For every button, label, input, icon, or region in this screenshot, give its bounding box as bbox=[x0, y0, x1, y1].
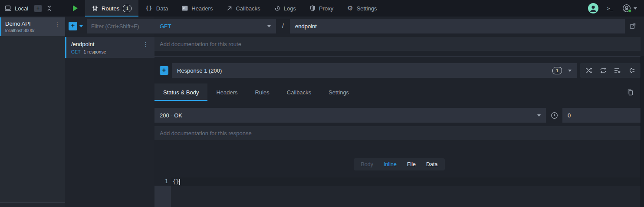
route-doc-row bbox=[154, 37, 641, 51]
sidebar-footer bbox=[0, 202, 65, 207]
workspace-switcher[interactable]: Local + bbox=[0, 0, 65, 17]
rtab-label: Rules bbox=[255, 89, 269, 96]
environment-name: Demo API bbox=[5, 20, 31, 27]
copy-icon bbox=[627, 89, 634, 96]
response-select[interactable]: Response 1 (200) 1 bbox=[172, 63, 577, 78]
tab-routes[interactable]: Routes 1 bbox=[85, 0, 138, 17]
fallback-mode-button[interactable] bbox=[628, 68, 635, 73]
route-editor: GET / + Response 1 (200 bbox=[154, 17, 644, 207]
scrollbar-track[interactable] bbox=[641, 56, 644, 207]
tab-response-headers[interactable]: Headers bbox=[207, 83, 246, 101]
tab-callbacks[interactable]: Callbacks bbox=[220, 0, 267, 17]
fallback-icon bbox=[628, 68, 635, 73]
rtab-label: Callbacks bbox=[287, 89, 311, 96]
response-doc-row bbox=[154, 126, 641, 140]
tab-rules[interactable]: Rules bbox=[246, 83, 278, 101]
body-mode-data[interactable]: Data bbox=[426, 161, 437, 167]
avatar[interactable] bbox=[588, 3, 598, 13]
text-cursor bbox=[179, 179, 180, 185]
path-separator: / bbox=[276, 19, 290, 33]
chevron-down-icon bbox=[267, 25, 271, 27]
shield-icon bbox=[310, 5, 315, 11]
workspace-label: Local bbox=[15, 5, 28, 12]
terminal-icon[interactable]: >_ bbox=[607, 6, 614, 11]
route-header-row: GET / bbox=[154, 19, 641, 33]
open-route-button[interactable] bbox=[625, 19, 641, 33]
editor-gutter: 1 bbox=[154, 177, 171, 207]
route-responses-count: 1 response bbox=[84, 49, 106, 54]
routes-icon bbox=[92, 5, 98, 11]
environment-kebab-icon[interactable]: ⋮ bbox=[53, 21, 62, 27]
environments-sidebar: Demo API ⋮ localhost:3000/ bbox=[0, 17, 65, 207]
route-list-item[interactable]: /endpoint ⋮ GET 1 response bbox=[65, 37, 154, 58]
route-path: /endpoint bbox=[71, 41, 95, 47]
body-mode-toggle: Body Inline File Data bbox=[354, 158, 445, 170]
line-number: 1 bbox=[154, 177, 171, 186]
route-method-badge: GET bbox=[71, 49, 81, 54]
method-select[interactable]: GET bbox=[154, 19, 276, 33]
tab-data[interactable]: {} Data bbox=[138, 0, 175, 17]
editor-code-area[interactable]: {} bbox=[171, 177, 644, 207]
copy-body-button[interactable] bbox=[627, 89, 634, 96]
latency-icon-cell bbox=[546, 112, 562, 119]
tab-label: Callbacks bbox=[236, 5, 260, 12]
tab-headers[interactable]: Headers bbox=[175, 0, 220, 17]
headers-icon bbox=[182, 6, 188, 11]
code-content: {} bbox=[173, 179, 179, 185]
response-documentation-input[interactable] bbox=[154, 126, 641, 140]
tab-label: Routes bbox=[102, 5, 119, 12]
route-kebab-icon[interactable]: ⋮ bbox=[141, 41, 150, 47]
environment-item[interactable]: Demo API ⋮ localhost:3000/ bbox=[0, 17, 65, 36]
tab-response-settings[interactable]: Settings bbox=[320, 83, 358, 101]
disable-rules-button[interactable] bbox=[614, 67, 621, 73]
latency-input[interactable] bbox=[562, 108, 641, 123]
body-mode-inline[interactable]: Inline bbox=[384, 161, 397, 167]
add-route-button[interactable]: + bbox=[69, 22, 77, 30]
add-response-button[interactable]: + bbox=[160, 66, 168, 75]
topbar: Local + Routes bbox=[0, 0, 644, 17]
add-environment-button[interactable]: + bbox=[34, 5, 42, 12]
body-mode-label: Body bbox=[361, 161, 374, 167]
account-menu[interactable] bbox=[622, 4, 637, 13]
tab-status-body[interactable]: Status & Body bbox=[154, 83, 207, 101]
tab-response-callbacks[interactable]: Callbacks bbox=[278, 83, 320, 101]
external-link-icon bbox=[629, 23, 636, 30]
routes-count-badge: 1 bbox=[123, 5, 131, 12]
topbar-main: Routes 1 {} Data Headers bbox=[65, 0, 644, 17]
route-documentation-input[interactable] bbox=[154, 37, 641, 51]
response-tabs-row: Status & Body Headers Rules Callbacks Se… bbox=[154, 83, 641, 101]
tab-settings[interactable]: ⚙ Settings bbox=[340, 0, 384, 17]
list-remove-icon bbox=[614, 67, 621, 73]
data-braces-icon: {} bbox=[145, 5, 152, 11]
body-mode-file[interactable]: File bbox=[407, 161, 416, 167]
status-row: 200 - OK bbox=[154, 108, 641, 123]
repeat-icon bbox=[600, 67, 607, 73]
tab-label: Proxy bbox=[319, 5, 333, 12]
response-row: + Response 1 (200) 1 bbox=[154, 63, 641, 78]
chevron-down-icon bbox=[568, 70, 572, 72]
laptop-icon bbox=[4, 5, 11, 11]
tab-label: Settings bbox=[357, 5, 377, 12]
start-server-button[interactable] bbox=[65, 0, 85, 17]
tab-label: Headers bbox=[191, 5, 213, 12]
sequential-response-button[interactable] bbox=[600, 67, 607, 73]
response-label: Response 1 (200) bbox=[177, 67, 222, 74]
tab-logs[interactable]: Logs bbox=[267, 0, 303, 17]
collapse-sidebar-icon[interactable] bbox=[47, 5, 52, 11]
status-code-select[interactable]: 200 - OK bbox=[154, 108, 546, 123]
status-code-value: 200 - OK bbox=[160, 112, 182, 119]
routes-panel: + /endpoint ⋮ GET 1 response bbox=[65, 17, 154, 207]
online-status-dot bbox=[628, 9, 631, 13]
add-route-dropdown-icon[interactable] bbox=[79, 25, 83, 27]
route-path-input[interactable] bbox=[290, 19, 625, 33]
response-mode-toolbar bbox=[580, 63, 641, 78]
callback-arrow-icon bbox=[227, 6, 232, 11]
chevron-down-icon bbox=[634, 7, 637, 10]
topbar-right: >_ bbox=[588, 0, 644, 17]
code-line: {} bbox=[171, 177, 644, 186]
body-code-editor: 1 {} bbox=[154, 177, 644, 207]
tab-proxy[interactable]: Proxy bbox=[303, 0, 340, 17]
random-response-button[interactable] bbox=[585, 67, 592, 73]
routes-toolbar: + bbox=[69, 19, 151, 33]
mockoon-app: Local + Routes bbox=[0, 0, 644, 207]
